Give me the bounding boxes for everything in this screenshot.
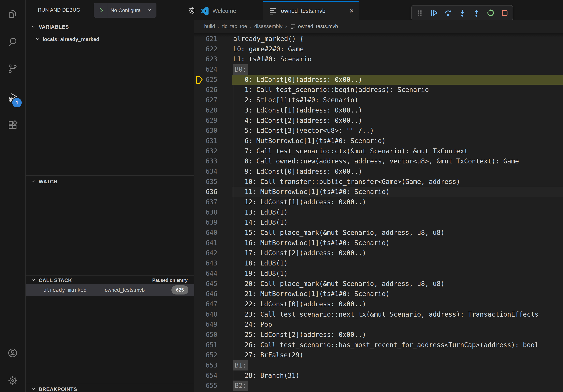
line-number[interactable]: 640 — [194, 228, 232, 238]
step-into-icon[interactable] — [458, 8, 467, 17]
line-number[interactable]: 643 — [194, 258, 232, 268]
line-number[interactable]: 631 — [194, 136, 232, 146]
code-line-642[interactable]: 64217: LdConst[2](address: 0x00..) — [194, 248, 563, 258]
code-line-643[interactable]: 64318: LdU8(1) — [194, 258, 563, 268]
code-line-648[interactable]: 64823: Call test_scenario::next_tx(&mut … — [194, 309, 563, 320]
code-line-645[interactable]: 64520: Call place_mark(&mut Scenario, ad… — [194, 279, 563, 289]
code-line-647[interactable]: 64722: LdConst[0](address: 0x00..) — [194, 299, 563, 309]
line-number[interactable]: 638 — [194, 207, 232, 218]
call-stack-section-header[interactable]: CALL STACK — [26, 276, 72, 285]
line-number[interactable]: 652 — [194, 350, 232, 360]
code-line-635[interactable]: 63510: Call transfer::public_transfer<Ga… — [194, 177, 563, 187]
code-line-653[interactable]: 653B1: — [194, 360, 563, 370]
code-line-629[interactable]: 6294: LdConst[2](address: 0x00..) — [194, 116, 563, 126]
files-icon[interactable] — [7, 9, 18, 19]
code-line-631[interactable]: 6316: MutBorrowLoc[1](ts#1#0: Scenario) — [194, 136, 563, 146]
line-number[interactable]: 637 — [194, 197, 232, 207]
code-line-652[interactable]: 65227: BrFalse(29) — [194, 350, 563, 360]
line-content: 16: MutBorrowLoc[1](ts#1#0: Scenario) — [232, 238, 563, 248]
code-line-654[interactable]: 65428: Branch(31) — [194, 370, 563, 381]
line-number[interactable]: 629 — [194, 116, 232, 126]
code-line-623[interactable]: 623L1: ts#1#0: Scenario — [194, 54, 563, 64]
tab-owned-tests[interactable]: owned_tests.mvb ✕ — [263, 1, 359, 20]
line-number[interactable]: 635 — [194, 177, 232, 187]
code-line-639[interactable]: 63914: LdU8(1) — [194, 217, 563, 228]
line-number[interactable]: 639 — [194, 217, 232, 228]
code-line-634[interactable]: 6349: LdConst[0](address: 0x00..) — [194, 166, 563, 177]
code-line-637[interactable]: 63712: LdConst[1](address: 0x00..) — [194, 197, 563, 207]
line-number[interactable]: 630 — [194, 126, 232, 136]
line-number[interactable]: 632 — [194, 146, 232, 156]
code-line-632[interactable]: 6327: Call test_scenario::ctx(&mut Scena… — [194, 146, 563, 156]
restart-icon[interactable] — [486, 8, 495, 17]
step-over-icon[interactable] — [443, 8, 452, 17]
breadcrumb-item[interactable]: build — [204, 23, 215, 29]
line-number[interactable]: 634 — [194, 166, 232, 177]
line-number[interactable]: 654 — [194, 370, 232, 381]
breakpoints-section-header[interactable]: BREAKPOINTS — [26, 385, 77, 392]
launch-configuration-dropdown[interactable]: No Configura — [94, 3, 156, 18]
code-line-649[interactable]: 64924: Pop — [194, 319, 563, 330]
breadcrumb-file[interactable]: owned_tests.mvb — [298, 23, 338, 29]
line-number[interactable]: 622 — [194, 44, 232, 54]
stack-frame-row[interactable]: already_marked owned_tests.mvb 625 — [26, 284, 194, 296]
code-line-644[interactable]: 64419: LdU8(1) — [194, 268, 563, 279]
tab-welcome[interactable]: Welcome — [194, 1, 263, 20]
code-line-640[interactable]: 64015: Call place_mark(&mut Scenario, ad… — [194, 228, 563, 238]
breadcrumb-item[interactable]: tic_tac_toe — [222, 23, 247, 29]
line-number[interactable]: 642 — [194, 248, 232, 258]
line-number[interactable]: 621 — [194, 34, 232, 44]
code-line-626[interactable]: 6261: Call test_scenario::begin(address)… — [194, 85, 563, 95]
code-line-641[interactable]: 64116: MutBorrowLoc[1](ts#1#0: Scenario) — [194, 238, 563, 248]
line-number[interactable]: 650 — [194, 330, 232, 340]
line-number[interactable]: 625 — [194, 75, 232, 85]
line-number[interactable]: 636 — [194, 187, 232, 197]
code-line-636[interactable]: 63611: MutBorrowLoc[1](ts#1#0: Scenario) — [194, 187, 563, 197]
code-line-650[interactable]: 65025: LdConst[2](address: 0x00..) — [194, 330, 563, 340]
search-icon[interactable] — [7, 37, 18, 47]
account-icon[interactable] — [7, 348, 18, 358]
extensions-icon[interactable] — [7, 120, 18, 131]
line-number[interactable]: 644 — [194, 268, 232, 279]
line-number[interactable]: 655 — [194, 380, 232, 391]
line-number[interactable]: 626 — [194, 85, 232, 95]
code-line-651[interactable]: 65126: Call test_scenario::has_most_rece… — [194, 340, 563, 350]
line-number[interactable]: 624 — [194, 64, 232, 75]
watch-section-header[interactable]: WATCH — [26, 176, 58, 187]
line-number[interactable]: 645 — [194, 279, 232, 289]
line-number[interactable]: 653 — [194, 360, 232, 370]
code-line-621[interactable]: 621already_marked() { — [194, 34, 563, 44]
breadcrumb-item[interactable]: disassembly — [254, 23, 282, 29]
code-line-633[interactable]: 6338: Call owned::new(address, address, … — [194, 156, 563, 166]
step-out-icon[interactable] — [472, 8, 481, 17]
line-number[interactable]: 649 — [194, 319, 232, 330]
line-number[interactable]: 651 — [194, 340, 232, 350]
code-line-627[interactable]: 6272: StLoc[1](ts#1#0: Scenario) — [194, 95, 563, 105]
variables-section-header[interactable]: VARIABLES — [26, 22, 69, 32]
line-number[interactable]: 641 — [194, 238, 232, 248]
line-number[interactable]: 628 — [194, 105, 232, 116]
start-debug-icon[interactable] — [98, 7, 104, 14]
code-line-622[interactable]: 622L0: game#2#0: Game — [194, 44, 563, 54]
code-line-638[interactable]: 63813: LdU8(1) — [194, 207, 563, 218]
code-line-655[interactable]: 655B2: — [194, 380, 563, 391]
line-number[interactable]: 627 — [194, 95, 232, 105]
stop-icon[interactable] — [500, 8, 509, 17]
line-number[interactable]: 647 — [194, 299, 232, 309]
settings-gear-icon[interactable] — [7, 375, 18, 386]
line-number[interactable]: 646 — [194, 289, 232, 299]
line-number[interactable]: 623 — [194, 54, 232, 64]
line-number[interactable]: 633 — [194, 156, 232, 166]
source-control-icon[interactable] — [7, 63, 18, 74]
code-line-630[interactable]: 6305: LdConst[3](vector<u8>: "" /..) — [194, 126, 563, 136]
line-number[interactable]: 648 — [194, 309, 232, 320]
close-icon[interactable]: ✕ — [349, 8, 354, 14]
continue-icon[interactable] — [429, 8, 438, 17]
code-line-628[interactable]: 6283: LdConst[1](address: 0x00..) — [194, 105, 563, 116]
drag-grip-icon[interactable] — [415, 8, 424, 17]
code-line-624[interactable]: 624B0: — [194, 64, 563, 75]
line-content: 10: Call transfer::public_transfer<Game>… — [232, 177, 563, 187]
locals-scope-row[interactable]: locals: already_marked — [26, 34, 194, 45]
code-line-625[interactable]: 6250: LdConst[0](address: 0x00..) — [194, 75, 563, 85]
code-line-646[interactable]: 64621: MutBorrowLoc[1](ts#1#0: Scenario) — [194, 289, 563, 299]
